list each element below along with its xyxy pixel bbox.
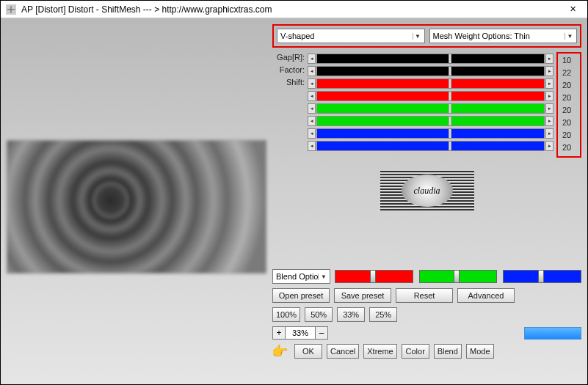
slider-increment[interactable]: ▸ xyxy=(545,103,553,114)
zoom-in-button[interactable]: + xyxy=(272,326,286,340)
close-icon: ✕ xyxy=(570,4,576,14)
slider-value: 20 xyxy=(562,130,578,142)
right-pane: V-shaped ▼ Mesh Weight Options: Thin ▼ G… xyxy=(272,18,587,384)
slider-decrement[interactable]: ◂ xyxy=(308,78,316,89)
values-highlight: 10 22 20 20 20 20 20 20 xyxy=(556,52,581,158)
slider-row: ◂▸ xyxy=(308,102,553,114)
pointer-icon: 👈 xyxy=(272,345,288,358)
slider-decrement[interactable]: ◂ xyxy=(308,103,316,114)
slider-value: 20 xyxy=(562,105,578,117)
chevron-down-icon: ▼ xyxy=(318,274,328,280)
reset-button[interactable]: Reset xyxy=(396,288,453,303)
pct-33-button[interactable]: 33% xyxy=(337,307,365,322)
slider-label xyxy=(272,127,305,139)
slider-row: ◂▸ xyxy=(308,77,553,89)
ok-button[interactable]: OK xyxy=(294,344,322,359)
slider-track[interactable] xyxy=(316,116,545,126)
chevron-down-icon: ▼ xyxy=(565,33,575,40)
slider-row: ◂▸ xyxy=(308,52,553,65)
slider-row: ◂▸ xyxy=(308,127,553,139)
preview-image xyxy=(7,140,266,274)
slider-value: 20 xyxy=(562,80,578,92)
pct-25-button[interactable]: 25% xyxy=(369,307,397,322)
slider-value: 20 xyxy=(562,117,578,130)
pct-50-button[interactable]: 50% xyxy=(305,307,333,322)
blend-color-slider[interactable] xyxy=(335,270,413,283)
percent-row: 100% 50% 33% 25% xyxy=(272,307,581,322)
dropdowns-highlight: V-shaped ▼ Mesh Weight Options: Thin ▼ xyxy=(272,24,581,48)
action-row: 👈 OK Cancel Xtreme Color Blend Mode xyxy=(272,344,581,359)
sliders-area: Gap[R]: Factor: Shift: ◂▸◂▸◂▸◂▸◂▸◂▸◂▸◂▸ … xyxy=(272,52,581,158)
left-pane xyxy=(1,18,272,384)
window-title: AP [Distort] Distort - ShiftMesh --- > h… xyxy=(21,4,558,15)
titlebar: AP [Distort] Distort - ShiftMesh --- > h… xyxy=(1,1,587,18)
slider-row: ◂▸ xyxy=(308,65,553,77)
brand-logo-text: claudia xyxy=(402,175,453,207)
slider-decrement[interactable]: ◂ xyxy=(308,141,316,151)
blend-color-slider[interactable] xyxy=(419,270,498,283)
dropdown-row: V-shaped ▼ Mesh Weight Options: Thin ▼ xyxy=(277,29,577,43)
slider-label xyxy=(272,139,305,152)
pct-100-button[interactable]: 100% xyxy=(272,307,300,322)
mesh-dropdown[interactable]: Mesh Weight Options: Thin ▼ xyxy=(429,29,578,43)
blend-row: Blend Optio ▼ xyxy=(272,269,581,284)
slider-label: Gap[R]: xyxy=(272,52,305,65)
slider-increment[interactable]: ▸ xyxy=(545,66,553,76)
slider-track[interactable] xyxy=(316,103,545,114)
close-button[interactable]: ✕ xyxy=(558,1,587,18)
slider-label xyxy=(272,89,305,102)
cancel-button[interactable]: Cancel xyxy=(327,344,359,359)
slider-track[interactable] xyxy=(316,128,545,139)
app-icon xyxy=(5,4,17,15)
mode-button[interactable]: Mode xyxy=(466,344,494,359)
slider-labels: Gap[R]: Factor: Shift: xyxy=(272,52,305,158)
bottom-controls: Blend Optio ▼ Open preset Save preset Re… xyxy=(272,269,581,359)
xtreme-button[interactable]: Xtreme xyxy=(363,344,396,359)
shape-dropdown[interactable]: V-shaped ▼ xyxy=(277,29,425,43)
zoom-value: 33% xyxy=(286,326,315,340)
save-preset-button[interactable]: Save preset xyxy=(334,288,391,303)
zoom-out-button[interactable]: – xyxy=(315,326,328,340)
slider-decrement[interactable]: ◂ xyxy=(308,116,316,126)
slider-row: ◂▸ xyxy=(308,139,553,152)
window-body: V-shaped ▼ Mesh Weight Options: Thin ▼ G… xyxy=(1,18,587,384)
slider-increment[interactable]: ▸ xyxy=(545,54,553,64)
slider-label xyxy=(272,102,305,114)
slider-value: 20 xyxy=(562,92,578,105)
slider-values: 10 22 20 20 20 20 20 20 xyxy=(559,55,578,155)
logo-wrapper: claudia xyxy=(272,158,581,210)
slider-track[interactable] xyxy=(316,91,545,101)
slider-decrement[interactable]: ◂ xyxy=(308,128,316,139)
slider-value: 20 xyxy=(562,142,578,155)
advanced-button[interactable]: Advanced xyxy=(457,288,515,303)
slider-decrement[interactable]: ◂ xyxy=(308,54,316,64)
slider-decrement[interactable]: ◂ xyxy=(308,66,316,76)
slider-increment[interactable]: ▸ xyxy=(545,141,553,151)
slider-label: Factor: xyxy=(272,65,305,77)
open-preset-button[interactable]: Open preset xyxy=(272,288,330,303)
slider-increment[interactable]: ▸ xyxy=(545,91,553,101)
slider-track[interactable] xyxy=(316,66,545,76)
progress-indicator xyxy=(524,327,581,340)
slider-decrement[interactable]: ◂ xyxy=(308,91,316,101)
slider-increment[interactable]: ▸ xyxy=(545,78,553,89)
blend-color-sliders xyxy=(335,270,581,283)
blend-button[interactable]: Blend xyxy=(434,344,462,359)
slider-track[interactable] xyxy=(316,78,545,89)
color-button[interactable]: Color xyxy=(402,344,429,359)
slider-label: Shift: xyxy=(272,77,305,89)
slider-tracks: ◂▸◂▸◂▸◂▸◂▸◂▸◂▸◂▸ xyxy=(308,52,553,158)
brand-logo: claudia xyxy=(380,171,474,210)
slider-track[interactable] xyxy=(316,141,545,151)
chevron-down-icon: ▼ xyxy=(413,33,423,40)
slider-increment[interactable]: ▸ xyxy=(545,116,553,126)
slider-increment[interactable]: ▸ xyxy=(545,128,553,139)
blend-options-dropdown[interactable]: Blend Optio ▼ xyxy=(272,269,330,284)
zoom-control: + 33% – xyxy=(272,326,328,340)
slider-row: ◂▸ xyxy=(308,89,553,102)
slider-track[interactable] xyxy=(316,54,545,64)
zoom-row: + 33% – xyxy=(272,326,581,340)
preset-row: Open preset Save preset Reset Advanced xyxy=(272,288,581,303)
shape-dropdown-value: V-shaped xyxy=(280,32,314,40)
blend-color-slider[interactable] xyxy=(503,270,581,283)
